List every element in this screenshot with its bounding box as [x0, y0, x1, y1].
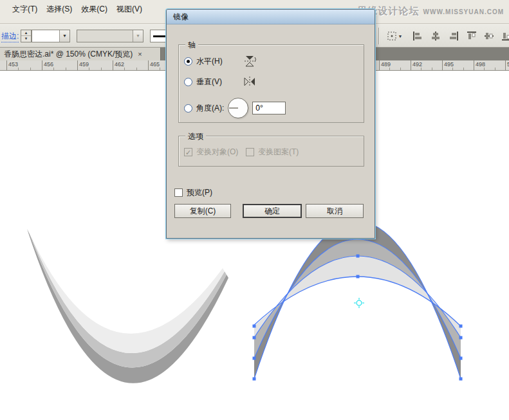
angle-radio[interactable]: [184, 104, 192, 113]
left-crescent-shape[interactable]: [27, 229, 228, 383]
ruler-minor-tick: [53, 68, 54, 70]
document-tab[interactable]: 香肠思密达.ai* @ 150% (CMYK/预览) ×: [0, 48, 161, 60]
ruler-tick: [505, 60, 506, 71]
ruler-minor-tick: [432, 68, 432, 70]
stroke-weight-stepper[interactable]: ▲ ▼: [21, 30, 32, 42]
ruler-label: 465: [150, 61, 160, 68]
close-icon[interactable]: ×: [136, 50, 143, 58]
ok-button[interactable]: 确定: [243, 204, 302, 218]
angle-axis-row: 角度(A):: [184, 98, 286, 118]
align-left-icon[interactable]: [411, 30, 425, 42]
ruler-minor-tick: [400, 68, 401, 70]
ruler-tick: [148, 60, 149, 71]
variable-width-profile-combo: ▼: [77, 30, 143, 42]
stepper-down-icon[interactable]: ▼: [21, 36, 31, 42]
transform-object-label: 变换对象(O): [196, 147, 238, 158]
ruler-label: 456: [44, 61, 53, 68]
ruler-minor-tick: [452, 68, 453, 70]
reflect-horizontal-icon: [245, 55, 257, 67]
chevron-down-icon: ▼: [398, 34, 403, 39]
ruler-label: 492: [412, 61, 422, 68]
preview-checkbox[interactable]: [174, 188, 183, 197]
ruler-minor-tick: [484, 68, 485, 70]
stroke-weight-combo[interactable]: ▼: [32, 30, 70, 42]
angle-radio-label: 角度(A):: [196, 103, 224, 114]
angle-dial-needle[interactable]: [229, 107, 238, 109]
ruler-tick: [442, 60, 443, 71]
ruler-label: 462: [115, 61, 124, 68]
ruler-minor-tick: [89, 68, 89, 70]
cancel-button[interactable]: 取消: [306, 204, 364, 218]
ruler-tick: [77, 60, 78, 71]
horizontal-axis-row: 水平(H): [184, 55, 257, 67]
stroke-link-label[interactable]: 描边:: [1, 31, 19, 42]
axis-groupbox: 轴 水平(H) 垂直(V): [178, 44, 364, 123]
ruler-tick: [113, 60, 113, 71]
options-groupbox: 选项 ✓ 变换对象(O) 变换图案(T): [178, 136, 364, 167]
preview-row: 预览(P): [174, 187, 212, 198]
angle-dial[interactable]: [228, 98, 248, 118]
horizontal-radio-label: 水平(H): [196, 56, 223, 67]
ruler-label: 495: [444, 61, 454, 68]
ruler-tick: [474, 60, 474, 71]
ruler-minor-tick: [124, 68, 125, 70]
ruler-label: 498: [476, 61, 485, 68]
chevron-down-icon[interactable]: ▼: [59, 30, 69, 42]
ruler-label: 459: [79, 61, 89, 68]
menu-effect[interactable]: 效果(C): [77, 2, 112, 17]
transform-pattern-label: 变换图案(T): [258, 147, 299, 158]
ruler-tick: [379, 60, 380, 71]
transform-object-row: ✓ 变换对象(O): [184, 147, 238, 158]
ruler-minor-tick: [30, 68, 31, 70]
align-center-horizontal-icon[interactable]: [429, 30, 443, 42]
align-top-icon[interactable]: [465, 30, 479, 42]
transform-pattern-row: 变换图案(T): [246, 147, 299, 158]
toolbar-separator: [378, 28, 380, 44]
dialog-title-bar[interactable]: 镜像: [167, 10, 375, 24]
ruler-minor-tick: [160, 68, 160, 70]
vertical-radio-label: 垂直(V): [196, 77, 222, 87]
reflect-dialog[interactable]: 镜像 轴 水平(H) 垂直(V): [166, 9, 375, 239]
ruler-minor-tick: [495, 68, 495, 70]
ruler-minor-tick: [389, 68, 390, 70]
horizontal-radio[interactable]: [184, 57, 192, 66]
ruler-minor-tick: [136, 68, 137, 70]
axis-group-label: 轴: [185, 40, 198, 51]
watermark-site-url: WWW.MISSYUAN.COM: [423, 8, 504, 15]
ruler-tick: [42, 60, 42, 71]
align-right-icon[interactable]: [447, 30, 461, 42]
menu-select[interactable]: 选择(S): [42, 2, 77, 17]
illustrator-window: 文字(T) 选择(S) 效果(C) 视图(V) 思缘设计论坛 WWW.MISSY…: [0, 0, 509, 420]
right-crescent-shape[interactable]: [253, 221, 463, 381]
reference-point-crosshair: [354, 298, 364, 308]
chevron-down-icon: ▼: [133, 30, 143, 42]
watermark: 思缘设计论坛 WWW.MISSYUAN.COM: [358, 5, 504, 17]
menu-view[interactable]: 视图(V): [112, 2, 147, 17]
transform-object-checkbox: ✓: [184, 148, 192, 156]
stepper-up-icon[interactable]: ▲: [21, 30, 31, 36]
ruler-minor-tick: [18, 68, 19, 70]
vertical-radio[interactable]: [184, 78, 192, 86]
copy-button[interactable]: 复制(C): [174, 204, 231, 218]
ruler-minor-tick: [101, 68, 102, 70]
ruler-tick: [411, 60, 411, 71]
menu-items: 文字(T) 选择(S) 效果(C) 视图(V): [0, 7, 147, 17]
ruler-tick: [6, 60, 7, 71]
angle-input[interactable]: [252, 102, 286, 114]
vertical-axis-row: 垂直(V): [184, 76, 255, 87]
align-bottom-icon[interactable]: [499, 30, 509, 42]
ruler-minor-tick: [66, 68, 66, 70]
document-tab-title: 香肠思密达.ai* @ 150% (CMYK/预览): [4, 49, 133, 60]
options-group-label: 选项: [185, 131, 206, 142]
transform-pattern-checkbox: [246, 148, 254, 156]
ruler-label: 489: [381, 61, 391, 68]
ruler-minor-tick: [421, 68, 421, 70]
reflect-vertical-icon: [244, 76, 255, 87]
dialog-title: 镜像: [173, 12, 189, 23]
align-center-vertical-icon[interactable]: [482, 30, 496, 42]
ruler-minor-tick: [463, 68, 464, 70]
preview-checkbox-label: 预览(P): [187, 187, 212, 198]
menu-type[interactable]: 文字(T): [8, 2, 42, 17]
ruler-label: 453: [8, 61, 18, 68]
transform-bounding-box-icon[interactable]: ▼: [384, 30, 405, 42]
